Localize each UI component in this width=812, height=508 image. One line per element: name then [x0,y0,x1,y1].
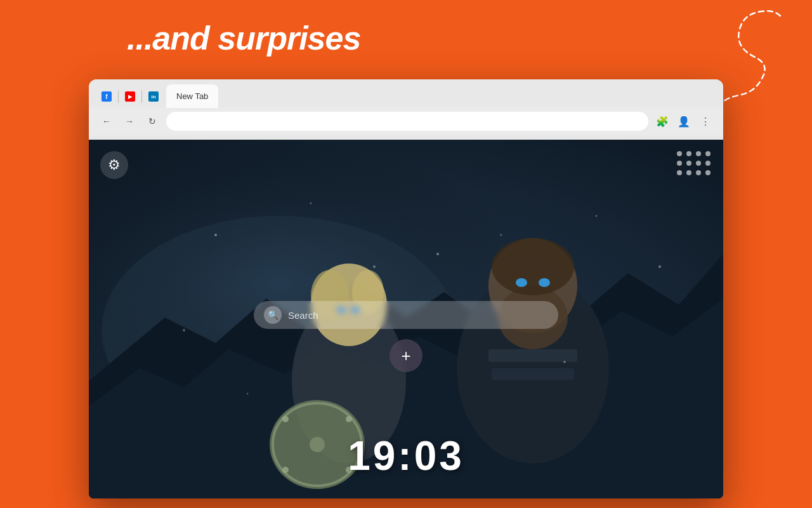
active-tab[interactable]: New Tab [166,84,218,107]
tab-divider-1 [118,90,119,103]
favicon-group: f ▶ in [95,86,165,107]
dot-1 [677,151,682,156]
svg-point-39 [563,361,566,363]
back-icon: ← [102,116,111,126]
svg-point-21 [310,437,325,452]
dot-9 [677,170,682,175]
svg-point-32 [436,253,439,255]
svg-point-37 [373,265,376,268]
search-placeholder: Search [288,310,318,321]
svg-point-30 [214,234,217,236]
menu-button[interactable]: ⋮ [697,112,714,130]
reload-button[interactable]: ↻ [143,112,161,130]
forward-icon: → [125,116,134,126]
address-input[interactable] [166,112,648,131]
extensions-icon: 🧩 [656,116,669,128]
gear-icon: ⚙ [108,157,121,173]
svg-point-18 [346,416,352,422]
facebook-favicon[interactable]: f [102,91,112,102]
dot-8 [705,161,710,166]
youtube-favicon[interactable]: ▶ [125,91,135,102]
profile-button[interactable]: 👤 [675,112,693,130]
profile-icon: 👤 [678,116,690,128]
dot-11 [696,170,701,175]
svg-rect-29 [492,368,574,380]
svg-point-17 [282,416,289,422]
svg-point-25 [492,238,574,295]
search-container: 🔍 Search [254,301,558,329]
clock-time: 19:03 [348,433,464,479]
dot-12 [705,170,710,175]
reload-icon: ↻ [148,116,156,126]
svg-point-34 [183,329,185,331]
clock-display: 19:03 [348,432,464,479]
add-icon: + [401,346,410,366]
svg-point-36 [501,234,502,236]
dot-5 [677,161,682,166]
dot-10 [686,170,691,175]
add-shortcut-button[interactable]: + [390,339,422,372]
search-bar[interactable]: 🔍 Search [254,301,558,329]
newtab-content: ⚙ 🔍 Search + [89,140,723,498]
svg-point-27 [539,278,550,287]
tab-divider-2 [141,90,142,103]
svg-point-33 [596,215,598,217]
search-icon: 🔍 [264,306,282,324]
dot-3 [696,151,701,156]
dots-grid [677,151,712,177]
active-tab-label: New Tab [176,91,208,101]
back-button[interactable]: ← [98,112,115,130]
tab-bar: f ▶ in New Tab [89,79,723,107]
svg-rect-28 [488,349,577,362]
forward-button[interactable]: → [121,112,138,130]
settings-button[interactable]: ⚙ [100,151,128,179]
svg-point-26 [516,278,527,287]
extensions-button[interactable]: 🧩 [653,112,671,130]
browser-chrome: f ▶ in New Tab ← → ↻ [89,79,723,140]
dot-2 [686,151,691,156]
headline-text: ...and surprises [127,19,360,57]
menu-icon: ⋮ [700,116,710,128]
svg-point-31 [310,203,312,204]
linkedin-favicon[interactable]: in [148,91,159,102]
dot-4 [705,151,710,156]
browser-window: f ▶ in New Tab ← → ↻ [89,79,723,498]
svg-point-19 [282,467,289,473]
address-bar-row: ← → ↻ 🧩 👤 ⋮ [89,107,723,135]
toolbar-icons: 🧩 👤 ⋮ [653,112,714,130]
svg-point-38 [247,393,249,395]
svg-point-35 [658,265,661,268]
dot-6 [686,161,691,166]
dot-7 [696,161,701,166]
